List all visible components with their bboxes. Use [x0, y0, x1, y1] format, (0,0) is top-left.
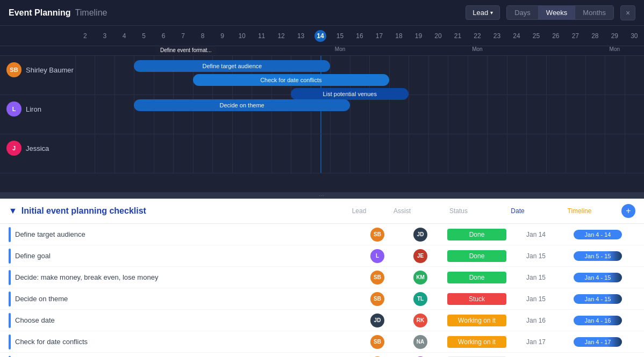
- person-avatar-2: J: [6, 141, 22, 156]
- resize-divider[interactable]: ⋯: [0, 192, 644, 199]
- grid-line-3: [95, 95, 95, 134]
- assist-cell: TL: [399, 292, 442, 306]
- day-cell-15: 15: [330, 30, 349, 42]
- bars-area-2: [75, 134, 644, 173]
- bars-area-0: Define target audienceCheck for date con…: [75, 56, 644, 94]
- grid-line-20: [428, 95, 429, 134]
- table-row[interactable]: Check for date conflictsSBNAWorking on i…: [0, 331, 644, 353]
- date-cell: Jan 15: [512, 274, 560, 281]
- assist-cell: KM: [399, 271, 442, 285]
- lead-cell: JD: [356, 314, 399, 327]
- date-cell: Jan 15: [512, 295, 560, 303]
- status-badge[interactable]: Working on it: [447, 336, 506, 348]
- timeline-cell: Jan 4 - 15: [560, 294, 635, 304]
- day-cell-14: 14: [311, 30, 330, 42]
- day-cell-18: 18: [389, 30, 409, 42]
- day-cell-6: 6: [154, 30, 173, 42]
- lead-filter-button[interactable]: Lead ▾: [466, 5, 500, 20]
- lead-avatar: SB: [370, 292, 384, 306]
- grid-line-18: [389, 95, 390, 134]
- row-indicator: [9, 334, 11, 349]
- grid-line-26: [546, 56, 547, 94]
- mon-cell-14: [311, 46, 330, 55]
- timeline-bar-1-0[interactable]: Decide on theme: [134, 99, 349, 111]
- mon-cell-16: [350, 46, 369, 55]
- grid-line-27: [566, 56, 566, 94]
- table-row[interactable]: Define target audienceSBJDDoneJan 14Jan …: [0, 224, 644, 245]
- mon-cell-19: [409, 46, 428, 55]
- status-badge[interactable]: Done: [447, 229, 506, 241]
- grid-line-30: [625, 134, 625, 173]
- assist-avatar: RK: [413, 314, 427, 327]
- bars-area-1: Decide on theme: [75, 95, 644, 134]
- timeline-bar-0-1[interactable]: Check for date conflicts: [193, 74, 389, 86]
- grid-line-29: [605, 134, 605, 173]
- table-row[interactable]: Define goalLJEDoneJan 15Jan 5 - 15: [0, 245, 644, 267]
- grid-line-4: [115, 134, 115, 173]
- timeline-badge: Jan 5 - 15: [574, 251, 622, 261]
- grid-line-15: [330, 134, 331, 173]
- grid-line-29: [605, 95, 605, 134]
- mon-cell-21: [448, 46, 467, 55]
- grid-line-23: [487, 56, 488, 94]
- table-row[interactable]: Choose dateJDRKWorking on itJan 16Jan 4 …: [0, 310, 644, 331]
- months-view-button[interactable]: Months: [575, 6, 613, 19]
- grid-line-19: [409, 134, 409, 173]
- grid-line-8: [193, 134, 194, 173]
- table-row[interactable]: Decide: make money, break even, lose mon…: [0, 267, 644, 288]
- grid-line-5: [134, 134, 134, 173]
- mon-labels-row: MonMonMonMon: [0, 46, 644, 56]
- grid-line-6: [154, 134, 154, 173]
- status-badge[interactable]: Stuck: [447, 293, 506, 305]
- checklist-title-row: ▼ Initial event planning checklist: [9, 206, 338, 216]
- timeline-cell: Jan 4 - 17: [560, 337, 635, 347]
- row-indicator: [9, 313, 11, 328]
- grid-line-22: [468, 134, 468, 173]
- date-cell: Jan 16: [512, 317, 560, 324]
- mon-cell-23: [487, 46, 506, 55]
- grid-line-25: [526, 95, 527, 134]
- day-cell-25: 25: [526, 30, 546, 42]
- day-cell-23: 23: [487, 30, 506, 42]
- floating-bar-label: Define event format...: [156, 46, 216, 54]
- timeline-cell: Jan 4 - 16: [560, 316, 635, 325]
- lead-cell: L: [356, 249, 399, 263]
- grid-line-2: [75, 134, 76, 173]
- grid-line-24: [507, 134, 507, 173]
- grid-line-10: [232, 134, 233, 173]
- grid-line-23: [487, 134, 488, 173]
- day-cell-7: 7: [173, 30, 192, 42]
- drag-handle-icon: ⋯: [319, 193, 325, 199]
- mon-cell-18: [389, 46, 409, 55]
- lead-avatar: L: [370, 249, 384, 263]
- grid-line-14: [311, 134, 311, 173]
- status-cell: Working on it: [442, 336, 512, 348]
- timeline-badge: Jan 4 - 15: [574, 273, 622, 282]
- person-row-0: SB Shirley Baumer Define target audience…: [0, 56, 644, 95]
- grid-line-19: [409, 95, 409, 134]
- status-badge[interactable]: Done: [447, 272, 506, 283]
- task-name: Check for date conflicts: [15, 338, 356, 346]
- status-badge[interactable]: Working on it: [447, 315, 506, 326]
- grid-line-17: [369, 134, 370, 173]
- weeks-view-button[interactable]: Weeks: [539, 6, 576, 19]
- mon-cell-25: [526, 46, 546, 55]
- close-button[interactable]: ×: [620, 5, 635, 20]
- person-label-1: L Liron: [0, 95, 75, 116]
- grid-line-27: [566, 95, 566, 134]
- status-badge[interactable]: Done: [447, 250, 506, 262]
- grid-line-26: [546, 134, 547, 173]
- assist-cell: JD: [399, 228, 442, 242]
- timeline-badge: Jan 4 - 15: [574, 294, 622, 304]
- timeline-bar-0-0[interactable]: Define target audience: [134, 60, 330, 72]
- mon-cell-17: [369, 46, 389, 55]
- days-view-button[interactable]: Days: [507, 6, 539, 19]
- person-rows: SB Shirley Baumer Define target audience…: [0, 56, 644, 173]
- date-cell: Jan 14: [512, 231, 560, 238]
- task-name: Decide on theme: [15, 295, 356, 303]
- table-row[interactable]: Decide on themeSBTLStuckJan 15Jan 4 - 15: [0, 288, 644, 310]
- table-row[interactable]: Define event formatSBPMJan 18Jan 5 - 18: [0, 353, 644, 357]
- add-task-button[interactable]: +: [621, 204, 635, 218]
- day-cell-4: 4: [115, 30, 134, 42]
- timeline-bar-0-2[interactable]: List potential venues: [291, 88, 409, 100]
